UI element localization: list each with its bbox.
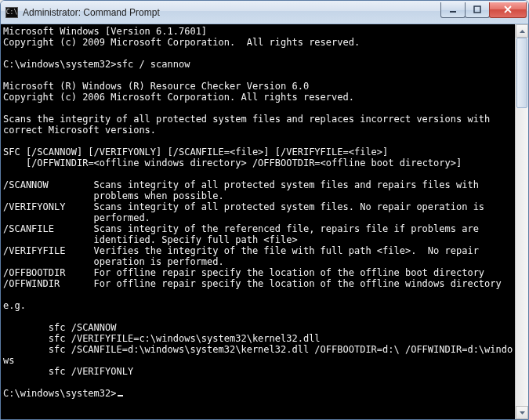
scroll-up-button[interactable] [516, 24, 528, 38]
close-button[interactable] [489, 2, 527, 18]
scroll-track[interactable] [516, 38, 528, 406]
window-controls [441, 2, 527, 18]
scroll-down-button[interactable] [516, 406, 528, 419]
minimize-icon [449, 5, 457, 13]
terminal-area: Microsoft Windows [Version 6.1.7601] Cop… [1, 24, 528, 419]
vertical-scrollbar[interactable] [515, 24, 528, 419]
minimize-button[interactable] [440, 2, 466, 18]
chevron-down-icon [520, 411, 525, 415]
scroll-thumb[interactable] [516, 38, 527, 108]
chevron-up-icon [520, 30, 525, 33]
cursor [118, 395, 123, 396]
terminal-output[interactable]: Microsoft Windows [Version 6.1.7601] Cop… [1, 24, 515, 419]
command-prompt-window: C:\ Administrator: Command Prompt Micros… [0, 0, 529, 420]
cmd-icon: C:\ [5, 7, 18, 18]
svg-rect-0 [450, 11, 456, 13]
window-title: Administrator: Command Prompt [23, 7, 437, 18]
maximize-icon [473, 5, 481, 13]
titlebar[interactable]: C:\ Administrator: Command Prompt [1, 1, 528, 24]
maximize-button[interactable] [465, 2, 490, 18]
svg-rect-1 [474, 6, 480, 13]
close-icon [503, 5, 513, 13]
